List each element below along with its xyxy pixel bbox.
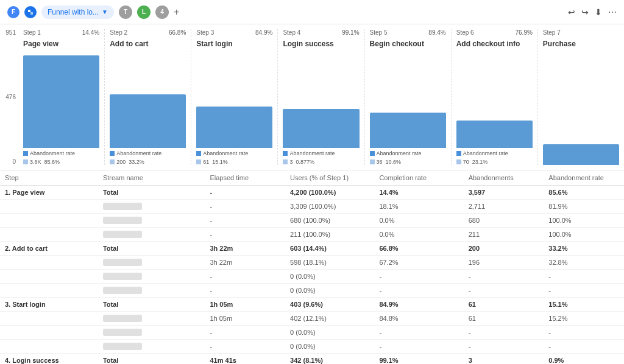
step-3-rate: 84.9% — [255, 29, 272, 36]
abandon-rate-1: 85.6% — [544, 186, 624, 200]
stream-blurred-1c: stream name — [98, 228, 205, 242]
col-header-elapsed: Elapsed time — [205, 170, 285, 186]
completion-2a: 67.2% — [374, 256, 463, 270]
elapsed-3b: - — [205, 326, 285, 340]
add-tab-button[interactable]: + — [174, 7, 179, 18]
step-empty — [0, 284, 98, 298]
step-empty — [0, 228, 98, 242]
abandon-1: 3,597 — [464, 186, 544, 200]
abandon-rate-4: 0.9% — [544, 354, 624, 365]
users-3b: 0 (0.0%) — [285, 326, 374, 340]
table-row: 3. Start login Total 1h 05m 403 (9.6%) 8… — [0, 298, 624, 312]
step-3-title: Start login — [196, 40, 272, 48]
step-7-title: Purchase — [543, 40, 619, 48]
dropdown-icon[interactable]: ▼ — [102, 9, 108, 15]
users-3a: 402 (12.1%) — [285, 312, 374, 326]
abandon-rate-2c: - — [544, 284, 624, 298]
abandon-rate-3: 15.1% — [544, 298, 624, 312]
top-bar: F Funnel with lo... ▼ T L 4 + ↩ ↪ ⬇ ⋯ — [0, 0, 624, 24]
elapsed-1: - — [205, 186, 285, 200]
step-1-abandon-label: Abandonment rate — [30, 150, 75, 156]
y-max: 951 — [5, 29, 16, 36]
chart-step-5: Step 5 89.4% Begin checkout Abandonment … — [365, 29, 452, 165]
abandon-1c: 211 — [464, 228, 544, 242]
step-name-3: 3. Start login — [0, 298, 98, 312]
abandon-2b: - — [464, 270, 544, 284]
chart-step-3: Step 3 84.9% Start login Abandonment rat… — [191, 29, 278, 165]
step-5-label: Step 5 — [370, 29, 388, 36]
more-icon[interactable]: ⋯ — [608, 7, 617, 17]
step-name-2: 2. Add to cart — [0, 242, 98, 256]
step-empty — [0, 326, 98, 340]
step-2-legend-box — [110, 151, 115, 156]
undo-icon[interactable]: ↩ — [568, 7, 575, 17]
stream-total-3: Total — [98, 298, 205, 312]
step-1-val: 3.6K 85.6% — [30, 159, 60, 165]
step-4-val: 3 0.877% — [289, 159, 314, 165]
step-6-abandon-label: Abandonment rate — [463, 150, 508, 156]
step-4-abandon-label: Abandonment rate — [289, 150, 335, 156]
step-6-bar-container — [456, 48, 533, 148]
y-mid: 476 — [5, 94, 16, 100]
table-row: 4. Login success Total 41m 41s 342 (8.1%… — [0, 354, 624, 365]
abandon-rate-1c: 100.0% — [544, 228, 624, 242]
elapsed-3: 1h 05m — [205, 298, 285, 312]
step-4-rate: 99.1% — [342, 29, 359, 36]
step-name-1: 1. Page view — [0, 186, 98, 200]
completion-1b: 0.0% — [374, 214, 463, 228]
table-area: Step Stream name Elapsed time Users (% o… — [0, 170, 624, 364]
step-4-legend-box2 — [283, 159, 288, 164]
abandon-rate-3b: - — [544, 326, 624, 340]
active-tab[interactable]: Funnel with lo... ▼ — [41, 5, 114, 19]
step-3-abandon-label: Abandonment rate — [203, 150, 248, 156]
data-table: Step Stream name Elapsed time Users (% o… — [0, 170, 624, 364]
abandon-rate-3c: - — [544, 340, 624, 354]
abandon-3c: - — [464, 340, 544, 354]
completion-1a: 18.1% — [374, 200, 463, 214]
elapsed-1b: - — [205, 214, 285, 228]
step-6-rate: 76.9% — [515, 29, 532, 36]
step-5-val: 36 10.6% — [377, 159, 402, 165]
abandon-2: 200 — [464, 242, 544, 256]
step-4-legend-box — [283, 151, 288, 156]
chart-step-7: Step 7 Purchase — [538, 29, 624, 165]
table-row: stream name - 0 (0.0%) - - - — [0, 270, 624, 284]
redo-icon[interactable]: ↪ — [581, 7, 589, 17]
elapsed-1a: - — [205, 200, 285, 214]
step-2-abandon-label: Abandonment rate — [116, 150, 161, 156]
users-2: 603 (14.4%) — [285, 242, 374, 256]
avatar-4: 4 — [155, 5, 169, 19]
step-3-val: 61 15.1% — [203, 159, 228, 165]
stream-blurred-3b: stream name — [98, 326, 205, 340]
completion-2c: - — [374, 284, 463, 298]
users-1b: 680 (100.0%) — [285, 214, 374, 228]
elapsed-1c: - — [205, 228, 285, 242]
col-header-abandonments: Abandonments — [464, 170, 544, 186]
step-1-bar — [23, 55, 99, 148]
step-2-val: 200 33.2% — [116, 159, 144, 165]
stream-blurred-1a: stream name — [98, 200, 205, 214]
step-1-label: Step 1 — [23, 29, 41, 36]
step-1-legend-box2 — [23, 159, 28, 164]
step-5-legend-box2 — [370, 159, 375, 164]
step-7-label: Step 7 — [543, 29, 561, 36]
step-3-bar — [196, 107, 272, 148]
avatar-l: L — [137, 5, 151, 19]
download-icon[interactable]: ⬇ — [595, 7, 602, 17]
abandon-rate-2a: 32.8% — [544, 256, 624, 270]
step-empty — [0, 340, 98, 354]
step-2-legend2: 200 33.2% — [110, 159, 186, 165]
step-empty — [0, 200, 98, 214]
step-1-legend-box — [23, 151, 28, 156]
step-4-legend: Abandonment rate — [283, 150, 359, 156]
col-header-step: Step — [0, 170, 98, 186]
users-2b: 0 (0.0%) — [285, 270, 374, 284]
stream-total-4: Total — [98, 354, 205, 365]
y-axis: 951 476 0 — [0, 29, 18, 165]
chart-step-2: Step 2 66.8% Add to cart Abandonment rat… — [105, 29, 191, 165]
step-2-legend-box2 — [110, 159, 115, 164]
abandon-3b: - — [464, 326, 544, 340]
step-5-rate: 89.4% — [428, 29, 445, 36]
chart-step-1: Step 1 14.4% Page view Abandonment rate … — [18, 29, 105, 165]
step-3-bar-container — [196, 48, 272, 148]
